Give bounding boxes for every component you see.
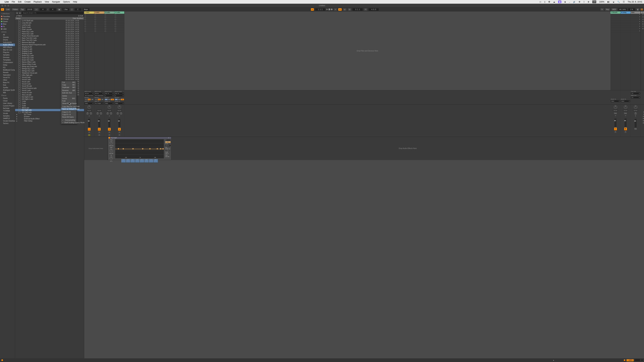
browser-row[interactable]: Loop Aid.adv05.06.2024, 14:35 bbox=[15, 22, 84, 24]
library-item[interactable]: Sounds bbox=[0, 36, 15, 38]
stop-button[interactable] bbox=[84, 28, 86, 29]
library-item[interactable]: Analogue Synths bbox=[0, 89, 15, 91]
eq-band-button[interactable]: 5 bbox=[140, 159, 144, 162]
midi-map[interactable]: MIDI bbox=[611, 8, 617, 11]
return-b[interactable]: B Delay bbox=[620, 11, 630, 90]
place-item[interactable]: Vocals bbox=[0, 112, 15, 115]
context-item[interactable]: Group⌘G bbox=[61, 97, 76, 100]
eq-node-2[interactable] bbox=[122, 148, 124, 149]
stop-button[interactable] bbox=[84, 23, 86, 25]
clip-slot[interactable] bbox=[610, 28, 620, 30]
library-item[interactable]: Compression bbox=[0, 61, 15, 64]
input-channel[interactable]: 2 bbox=[115, 95, 124, 96]
cue-volume[interactable] bbox=[634, 112, 637, 115]
track-header[interactable]: 2 MIDI bbox=[94, 11, 104, 14]
clip-slot[interactable] bbox=[620, 14, 630, 16]
context-item[interactable]: Save as Default Preset bbox=[61, 108, 76, 110]
arrangement-position[interactable]: 1. 1. 1 bbox=[315, 8, 325, 11]
eq-node-6[interactable] bbox=[157, 148, 158, 149]
clip-slot[interactable]: ▸ bbox=[630, 14, 640, 16]
input-type[interactable]: Ext. In bbox=[105, 92, 114, 94]
stop-button[interactable] bbox=[105, 21, 106, 22]
send-b-knob[interactable] bbox=[90, 112, 92, 115]
eq-band-button[interactable]: 1 bbox=[121, 159, 126, 162]
menu-create[interactable]: Create bbox=[24, 1, 30, 3]
library-item[interactable]: Kick bbox=[0, 84, 15, 86]
browser-row[interactable]: Ultra High.adv05.06.2024, 14:35 bbox=[15, 74, 84, 76]
arrangement-view-toggle[interactable] bbox=[641, 8, 643, 10]
stop-button[interactable] bbox=[115, 21, 116, 22]
record-button[interactable] bbox=[331, 8, 332, 10]
follow-playback[interactable]: ▸ bbox=[311, 8, 314, 11]
scene-number[interactable]: 5 bbox=[641, 21, 644, 23]
monitor-auto[interactable]: Auto bbox=[118, 99, 121, 100]
place-item[interactable]: Techno bbox=[0, 122, 15, 125]
eq-node-7[interactable] bbox=[160, 148, 161, 149]
browser-row[interactable]: LowCut.adv05.06.2024, 14:35 bbox=[15, 24, 84, 26]
quantize-menu[interactable]: 1 Bar bbox=[62, 8, 69, 11]
volume-fader[interactable] bbox=[88, 119, 89, 127]
solo-button[interactable]: S bbox=[624, 131, 627, 133]
input-type[interactable]: All Ins bbox=[94, 92, 104, 94]
wifi-icon[interactable]: ⬙ bbox=[613, 1, 614, 3]
clip-slot[interactable] bbox=[114, 14, 124, 16]
arm-button[interactable]: ● bbox=[118, 134, 120, 136]
app-name[interactable]: Live bbox=[5, 1, 9, 3]
clip-slot[interactable] bbox=[84, 25, 94, 28]
context-item[interactable]: Oversampling bbox=[61, 119, 76, 121]
status-icon[interactable]: ◻ bbox=[540, 1, 541, 3]
stop-button[interactable] bbox=[84, 14, 86, 15]
eq-band-button[interactable]: 7 bbox=[149, 159, 153, 162]
device-power[interactable] bbox=[108, 137, 110, 139]
stop-button[interactable] bbox=[84, 26, 86, 27]
pan-knob[interactable] bbox=[624, 105, 627, 109]
monitor-off[interactable]: Off bbox=[121, 99, 124, 100]
pan-knob[interactable] bbox=[88, 105, 91, 109]
stop-button[interactable] bbox=[115, 26, 116, 27]
library-item[interactable]: Bass FX bbox=[0, 81, 15, 84]
stop-button[interactable] bbox=[115, 28, 116, 29]
clip-slot[interactable] bbox=[94, 18, 104, 21]
scene-number[interactable]: 6 bbox=[641, 23, 644, 25]
context-item[interactable]: Reset All Gains bbox=[61, 116, 76, 118]
track-activator[interactable]: 4 bbox=[118, 128, 121, 131]
track-2-midi[interactable]: 2 MIDI bbox=[94, 11, 104, 90]
drop-audio-effects-area[interactable]: Drop Audio Effects Here bbox=[172, 137, 644, 160]
ab-toggle[interactable]: A bbox=[165, 141, 170, 143]
send-b-knob[interactable] bbox=[100, 112, 102, 115]
stop-button[interactable] bbox=[94, 30, 96, 32]
eq-graph[interactable]: 100 1k 10k bbox=[115, 139, 164, 158]
main-out[interactable]: 1/2 bbox=[631, 96, 640, 98]
scene-number[interactable]: 7 bbox=[641, 25, 644, 28]
library-item[interactable]: MIDI Effects bbox=[0, 46, 15, 49]
browser-row[interactable]: Snare EQ 1.adv05.06.2024, 14:35 bbox=[15, 54, 84, 57]
library-item[interactable]: 909 bbox=[0, 91, 15, 94]
track-activator[interactable]: 1 bbox=[88, 128, 90, 131]
send-a-knob[interactable] bbox=[86, 112, 89, 115]
clip-slot[interactable]: ▸ bbox=[630, 16, 640, 18]
collection-item[interactable]: Favorites bbox=[0, 15, 15, 18]
menu-file[interactable]: File bbox=[12, 1, 15, 3]
context-item[interactable]: Cut⌘X bbox=[61, 81, 76, 84]
browser-list[interactable]: Lo-Hi Shelf.adv05.06.2024, 14:35Loop Aid… bbox=[15, 19, 84, 358]
output[interactable]: Main bbox=[115, 102, 124, 104]
clip-slot[interactable] bbox=[104, 25, 114, 28]
browser-row[interactable]: String and Snap.adv05.06.2024, 14:35 bbox=[15, 65, 84, 67]
clip-slot[interactable]: ▸ bbox=[630, 18, 640, 21]
clip-slot[interactable] bbox=[104, 30, 114, 32]
pan-knob[interactable] bbox=[634, 105, 637, 109]
overload-indicator[interactable]: ▮ bbox=[636, 8, 639, 11]
status-icon[interactable]: ❂ bbox=[548, 1, 550, 3]
context-item[interactable]: Shelf Scaling Legacy Mode bbox=[61, 121, 76, 124]
browser-row[interactable]: Stereo Effect I.adv05.06.2024, 14:35 bbox=[15, 61, 84, 63]
clock[interactable]: Thu 20. 6. 19:41 bbox=[628, 1, 642, 3]
clip-slot[interactable] bbox=[94, 25, 104, 28]
browser-row[interactable]: Vocal A.adv05.06.2024, 14:35 bbox=[15, 76, 84, 78]
volume-fader[interactable] bbox=[118, 119, 119, 127]
stop-button[interactable] bbox=[105, 16, 106, 18]
clip-slot[interactable]: ▸ bbox=[630, 30, 640, 32]
context-item[interactable]: Fold bbox=[61, 100, 76, 102]
track-4-audio[interactable]: 4 Audio bbox=[114, 11, 124, 90]
clip-slot[interactable] bbox=[94, 14, 104, 16]
stop-button[interactable] bbox=[105, 26, 106, 27]
